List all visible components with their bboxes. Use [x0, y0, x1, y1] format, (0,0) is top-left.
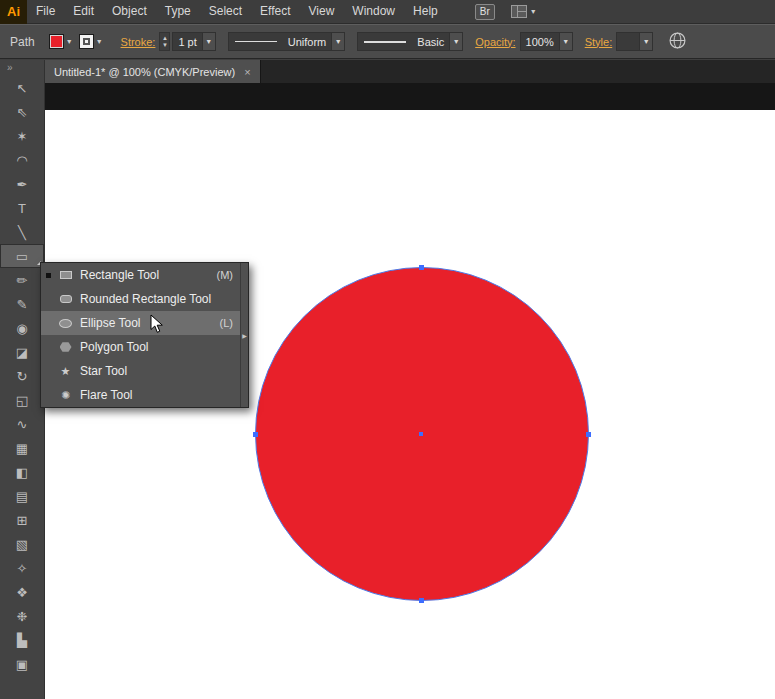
tools-panel: » ↖ ⇖ ✶ ◠ ✒ T ╲ ▭ ✏ ✎ ◉ ◪ ↻ ◱ ∿ ▦ ◧ ▤ ⊞ …	[0, 60, 45, 699]
shape-builder-tool[interactable]: ◧	[0, 460, 44, 484]
tools-panel-collapse[interactable]: »	[0, 60, 44, 76]
rotate-tool[interactable]: ↻	[0, 364, 44, 388]
stroke-color-picker[interactable]: ▼	[79, 34, 103, 49]
menu-file[interactable]: File	[27, 0, 64, 23]
brush-definition-combo[interactable]: Basic ▼	[357, 32, 463, 51]
column-graph-tool[interactable]: ▙	[0, 628, 44, 652]
chevron-down-icon[interactable]: ▼	[202, 33, 215, 50]
star-icon: ★	[58, 365, 73, 378]
chevron-down-icon[interactable]: ▼	[559, 33, 572, 50]
graphic-style-value	[617, 33, 639, 50]
flyout-item-label: Flare Tool	[80, 388, 132, 402]
workspace-layout-button[interactable]: ▼	[511, 5, 537, 18]
magic-wand-tool[interactable]: ✶	[0, 124, 44, 148]
menu-help[interactable]: Help	[404, 0, 447, 23]
graphic-style-combo[interactable]: ▼	[616, 32, 653, 51]
width-profile-combo[interactable]: Uniform ▼	[228, 32, 346, 51]
ellipse-icon	[58, 319, 73, 328]
rectangle-icon	[58, 271, 73, 279]
document-setup-globe-icon[interactable]	[669, 32, 686, 52]
direct-selection-tool-icon: ⇖	[17, 105, 28, 120]
selection-tool[interactable]: ↖	[0, 76, 44, 100]
paintbrush-tool[interactable]: ✏	[0, 268, 44, 292]
tear-off-strip[interactable]: ▶	[240, 263, 248, 407]
width-profile-preview	[235, 41, 277, 42]
symbol-sprayer-tool[interactable]: ❉	[0, 604, 44, 628]
fill-color-picker[interactable]: ▼	[49, 34, 73, 49]
pen-tool[interactable]: ✒	[0, 172, 44, 196]
flyout-item-ellipse-tool[interactable]: Ellipse Tool (L)	[41, 311, 240, 335]
bridge-button[interactable]: Br	[475, 4, 495, 20]
artboard-tool-icon: ▣	[16, 657, 28, 672]
lasso-tool[interactable]: ◠	[0, 148, 44, 172]
menu-select[interactable]: Select	[200, 0, 251, 23]
stroke-color-swatch[interactable]	[79, 34, 94, 49]
style-panel-link[interactable]: Style:	[585, 36, 613, 48]
type-tool[interactable]: T	[0, 196, 44, 220]
free-transform-tool-icon: ▦	[16, 441, 28, 456]
anchor-point-right[interactable]	[586, 432, 591, 437]
flyout-item-label: Polygon Tool	[80, 340, 149, 354]
flyout-item-polygon-tool[interactable]: Polygon Tool	[41, 335, 240, 359]
chevron-down-icon[interactable]: ▼	[331, 33, 344, 50]
gradient-tool[interactable]: ▧	[0, 532, 44, 556]
anchor-point-bottom[interactable]	[419, 598, 424, 603]
brush-definition-value: Basic	[412, 33, 449, 50]
document-tab-title: Untitled-1* @ 100% (CMYK/Preview)	[54, 66, 235, 78]
close-icon[interactable]: ×	[244, 66, 250, 78]
center-point[interactable]	[419, 432, 423, 436]
stroke-weight-combo[interactable]: 1 pt ▼	[172, 32, 215, 51]
blend-tool[interactable]: ❖	[0, 580, 44, 604]
symbol-sprayer-tool-icon: ❉	[17, 609, 28, 624]
rounded-rectangle-icon	[58, 295, 73, 303]
eraser-tool[interactable]: ◪	[0, 340, 44, 364]
artboard-tool[interactable]: ▣	[0, 652, 44, 676]
direct-selection-tool[interactable]: ⇖	[0, 100, 44, 124]
shape-builder-tool-icon: ◧	[16, 465, 28, 480]
menu-bar: Ai File Edit Object Type Select Effect V…	[0, 0, 775, 24]
rectangle-tool[interactable]: ▭	[0, 244, 44, 268]
current-tool-marker	[46, 273, 51, 278]
selection-type-label: Path	[10, 35, 35, 49]
menu-window[interactable]: Window	[343, 0, 404, 23]
flyout-item-rectangle-tool[interactable]: Rectangle Tool (M)	[41, 263, 240, 287]
scale-tool[interactable]: ◱	[0, 388, 44, 412]
brush-preview	[364, 41, 406, 43]
document-tab-bar: Untitled-1* @ 100% (CMYK/Preview) ×	[45, 60, 775, 84]
lasso-tool-icon: ◠	[16, 153, 27, 168]
mesh-tool[interactable]: ⊞	[0, 508, 44, 532]
stroke-panel-link[interactable]: Stroke:	[121, 36, 156, 48]
flyout-item-star-tool[interactable]: ★ Star Tool	[41, 359, 240, 383]
blob-brush-tool[interactable]: ◉	[0, 316, 44, 340]
line-segment-tool[interactable]: ╲	[0, 220, 44, 244]
pencil-tool[interactable]: ✎	[0, 292, 44, 316]
fill-color-swatch[interactable]	[49, 34, 64, 49]
menu-edit[interactable]: Edit	[64, 0, 103, 23]
flare-icon: ✺	[58, 389, 73, 402]
control-bar: Path ▼ ▼ Stroke: ▲▼ 1 pt ▼ Uniform ▼ Bas…	[0, 24, 775, 59]
column-graph-tool-icon: ▙	[17, 633, 27, 648]
free-transform-tool[interactable]: ▦	[0, 436, 44, 460]
menu-view[interactable]: View	[300, 0, 344, 23]
chevron-down-icon[interactable]: ▼	[639, 33, 652, 50]
flyout-item-rounded-rectangle-tool[interactable]: Rounded Rectangle Tool	[41, 287, 240, 311]
menu-type[interactable]: Type	[156, 0, 200, 23]
flyout-item-flare-tool[interactable]: ✺ Flare Tool	[41, 383, 240, 407]
stroke-weight-stepper[interactable]: ▲▼	[159, 32, 170, 51]
opacity-panel-link[interactable]: Opacity:	[475, 36, 515, 48]
document-tab[interactable]: Untitled-1* @ 100% (CMYK/Preview) ×	[45, 60, 261, 83]
blob-brush-tool-icon: ◉	[16, 321, 27, 336]
flyout-item-label: Ellipse Tool	[80, 316, 140, 330]
width-tool[interactable]: ∿	[0, 412, 44, 436]
perspective-grid-tool[interactable]: ▤	[0, 484, 44, 508]
blend-tool-icon: ❖	[16, 585, 28, 600]
chevron-down-icon[interactable]: ▼	[449, 33, 462, 50]
menu-object[interactable]: Object	[103, 0, 156, 23]
pencil-tool-icon: ✎	[17, 297, 28, 312]
menu-effect[interactable]: Effect	[251, 0, 299, 23]
paintbrush-tool-icon: ✏	[17, 273, 28, 288]
eyedropper-tool[interactable]: ✧	[0, 556, 44, 580]
anchor-point-left[interactable]	[253, 432, 258, 437]
opacity-combo[interactable]: 100% ▼	[520, 32, 573, 51]
anchor-point-top[interactable]	[419, 265, 424, 270]
